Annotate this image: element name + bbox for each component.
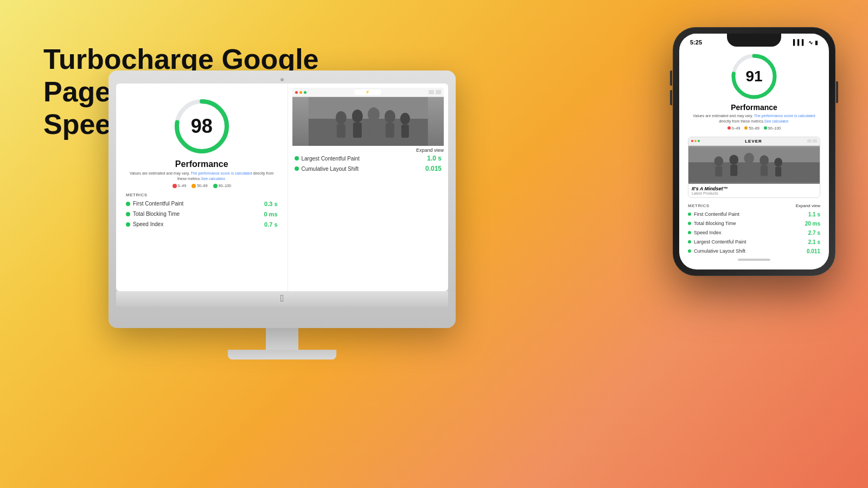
mobile-metrics-label: METRICS	[688, 203, 710, 208]
mobile-dot-red	[691, 140, 693, 142]
desktop-expand-view[interactable]: Expand view	[292, 146, 444, 155]
svg-rect-3	[308, 119, 427, 146]
mobile-metric-tbt-name: Total Blocking Time	[694, 221, 736, 226]
mobile-metric-si-dot	[688, 231, 691, 234]
browser-action-1	[429, 90, 434, 94]
apple-icon: 	[280, 293, 284, 304]
metric-si: Speed Index 0.7 s	[126, 221, 278, 228]
legend-red: 0–49	[173, 184, 187, 188]
mobile-metric-si-value: 2.7 s	[808, 230, 820, 236]
desktop-score-circle: 98	[172, 97, 232, 156]
mobile-site-subtitle: Latest Products	[692, 191, 816, 195]
mobile-perf-title: Performance	[731, 103, 777, 112]
mobile-metric-si-name: Speed Index	[694, 230, 722, 235]
svg-rect-23	[745, 164, 753, 176]
svg-point-20	[729, 155, 738, 165]
mobile-site-thumb	[688, 146, 820, 184]
svg-point-26	[774, 158, 782, 167]
mobile-metric-cls-value: 0.011	[807, 248, 820, 254]
mobile-legend-red	[727, 126, 731, 130]
iphone-screen: 5:25 ▍▍▍ ∿ ▮ 91	[679, 34, 829, 269]
mobile-score-circle-wrapper: 91 Performance Values are estimated and …	[688, 52, 820, 134]
desktop-score-number: 98	[191, 115, 213, 138]
mobile-metrics-section: METRICS Expand view First Contentful Pai…	[688, 203, 820, 254]
svg-point-12	[400, 113, 410, 125]
legend-orange: 50–89	[192, 184, 207, 188]
mobile-metric-tbt: Total Blocking Time 20 ms	[688, 221, 820, 227]
svg-point-22	[744, 152, 754, 163]
svg-point-8	[367, 107, 379, 121]
metric-cls: Cumulative Layout Shift 0.015	[295, 165, 442, 172]
imac-screen-outer: 98 Performance Values are estimated and …	[108, 70, 456, 328]
svg-rect-21	[730, 165, 737, 176]
metric-fcp-dot	[126, 202, 130, 206]
browser-bar: ⚡	[292, 88, 444, 97]
desktop-preview-panel: ⚡	[288, 84, 449, 291]
mobile-site-brand-panel: It's A Mindset™ Latest Products	[688, 184, 820, 197]
imac-neck	[266, 328, 298, 350]
legend-green: 90–100	[213, 184, 231, 188]
iphone-scroll-indicator	[688, 259, 820, 261]
browser-url: ⚡	[354, 89, 381, 95]
mobile-browser-bar: LEVER	[688, 137, 820, 146]
mobile-score-number: 91	[745, 68, 762, 85]
mobile-dot-green	[698, 140, 700, 142]
mobile-site-brand-title: It's A Mindset™	[692, 186, 816, 191]
svg-rect-5	[336, 124, 345, 138]
svg-point-18	[714, 156, 723, 166]
site-preview-image	[292, 97, 444, 146]
browser-actions	[429, 90, 441, 94]
signal-icon: ▍▍▍	[793, 40, 806, 46]
desktop-right-metrics: Largest Contentful Paint 1.0 s Cumulativ…	[292, 155, 444, 175]
iphone-content: 91 Performance Values are estimated and …	[679, 48, 829, 269]
page-container: Turbocharge Google Page Speed Score 98	[0, 0, 868, 488]
legend-orange-dot	[192, 184, 196, 188]
mobile-perf-subtitle: Values are estimated and may vary. The p…	[688, 113, 820, 124]
mobile-metric-tbt-value: 20 ms	[805, 221, 820, 227]
iphone-notch	[727, 34, 781, 47]
svg-point-4	[335, 111, 346, 124]
mobile-metric-cls-name: Cumulative Layout Shift	[694, 248, 745, 254]
legend-red-dot	[173, 184, 177, 188]
mobile-metric-fcp-name: First Contentful Paint	[694, 211, 739, 217]
mobile-site-preview: LEVER	[688, 137, 820, 198]
metric-lcp-name: Largest Contentful Paint	[302, 156, 360, 162]
mobile-metric-lcp: Largest Contentful Paint 2.1 s	[688, 239, 820, 245]
mobile-metric-cls: Cumulative Layout Shift 0.011	[688, 248, 820, 254]
metric-lcp-dot	[295, 156, 299, 160]
imac-stand	[108, 328, 456, 359]
browser-dot-red	[295, 91, 298, 94]
metric-fcp-name: First Contentful Paint	[133, 201, 183, 207]
desktop-legend: 0–49 50–89 90–100	[173, 184, 231, 188]
svg-rect-13	[401, 125, 409, 138]
metric-tbt-value: 0 ms	[264, 211, 277, 217]
metric-si-name: Speed Index	[133, 221, 163, 227]
iphone-volume-down	[670, 90, 672, 105]
browser-dots	[295, 91, 307, 94]
metric-lcp: Largest Contentful Paint 1.0 s	[295, 155, 442, 162]
mobile-legend: 0–49 50–89 90–100	[727, 126, 781, 130]
mobile-expand-label[interactable]: Expand view	[796, 203, 820, 208]
imac-base	[228, 350, 336, 359]
legend-green-dot	[213, 184, 218, 188]
metric-tbt-dot	[126, 212, 130, 216]
mobile-metric-fcp-value: 1.1 s	[808, 211, 820, 217]
wifi-icon: ∿	[808, 40, 813, 46]
mobile-metric-tbt-dot	[688, 222, 691, 225]
svg-point-24	[760, 155, 769, 165]
desktop-metrics-label: METRICS	[126, 192, 278, 197]
mobile-metric-fcp: First Contentful Paint 1.1 s	[688, 211, 820, 217]
browser-action-2	[436, 90, 441, 94]
mobile-browser-dots	[691, 140, 700, 142]
iphone-power-button	[836, 81, 838, 103]
metric-cls-value: 0.015	[425, 165, 442, 172]
mobile-dot-yellow	[694, 140, 697, 142]
metric-si-value: 0.7 s	[264, 221, 277, 228]
imac-wrapper: 98 Performance Values are estimated and …	[108, 70, 456, 359]
iphone-wrapper: 5:25 ▍▍▍ ∿ ▮ 91	[673, 27, 835, 276]
desktop-score-panel: 98 Performance Values are estimated and …	[116, 84, 288, 291]
desktop-perf-subtitle: Values are estimated and may vary. The p…	[126, 171, 278, 182]
metric-cls-name: Cumulative Layout Shift	[302, 166, 359, 172]
svg-point-10	[384, 110, 395, 123]
desktop-metrics: METRICS First Contentful Paint 0.3 s	[126, 192, 278, 232]
